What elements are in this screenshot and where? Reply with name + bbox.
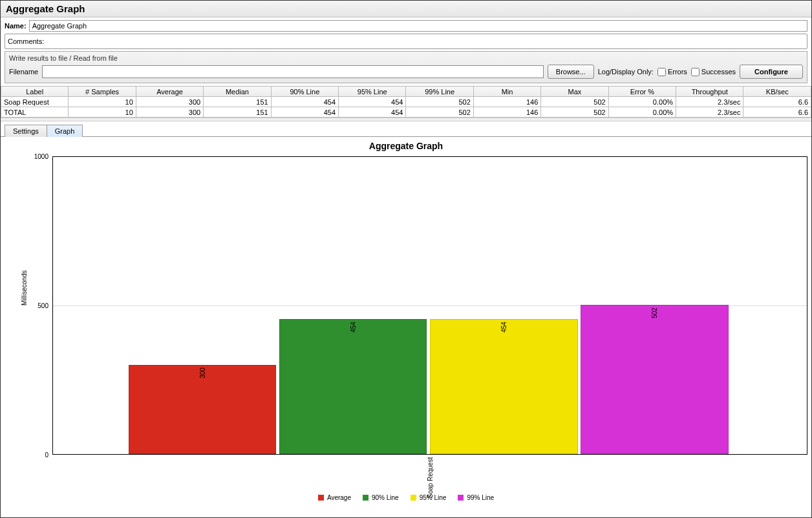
name-input[interactable]: [29, 20, 807, 32]
stats-strip: [1, 118, 811, 121]
col-median[interactable]: Median: [204, 87, 271, 97]
logdisplay-label: Log/Display Only:: [598, 68, 654, 76]
cell-kb: 6.6: [743, 97, 811, 107]
bar-value-label: 502: [651, 307, 658, 318]
legend-item: 90% Line: [363, 494, 399, 501]
cell-min: 146: [473, 107, 540, 118]
cell-tp: 2.3/sec: [676, 107, 743, 118]
col-p99[interactable]: 99% Line: [406, 87, 473, 97]
col-label[interactable]: Label: [1, 87, 69, 97]
col-tp[interactable]: Throughput: [676, 87, 743, 97]
x-category-label: Soap Request: [427, 457, 434, 498]
legend-label: 99% Line: [467, 494, 494, 501]
header-bar: Aggregate Graph: [1, 1, 811, 17]
cell-min: 146: [473, 97, 540, 107]
chart-bar: 502: [581, 305, 729, 454]
plot-wrap: Milliseconds 1000 500 0 300454454502 Soa…: [27, 156, 807, 455]
comments-input[interactable]: [44, 36, 804, 47]
col-p95[interactable]: 95% Line: [339, 87, 406, 97]
chart-area: Aggregate Graph Milliseconds 1000 500 0 …: [1, 137, 811, 506]
legend-swatch: [458, 495, 464, 501]
legend-label: 95% Line: [420, 494, 447, 501]
cell-p99: 502: [406, 107, 473, 118]
cell-tp: 2.3/sec: [676, 97, 743, 107]
cell-p90: 454: [271, 97, 338, 107]
legend-item: 99% Line: [458, 494, 494, 501]
y-axis-label: Milliseconds: [21, 271, 28, 306]
cell-label: TOTAL: [1, 107, 69, 118]
configure-button[interactable]: Configure: [740, 65, 803, 79]
meta-form: Name: Comments:: [1, 17, 811, 49]
y-tick: 500: [27, 302, 51, 309]
cell-p95: 454: [339, 97, 406, 107]
tab-settings[interactable]: Settings: [5, 125, 47, 137]
table-row[interactable]: Soap Request 10 300 151 454 454 502 146 …: [1, 97, 811, 107]
cell-max: 502: [541, 107, 608, 118]
cell-label: Soap Request: [1, 97, 69, 107]
bar-value-label: 454: [500, 322, 508, 333]
col-average[interactable]: Average: [136, 87, 203, 97]
col-max[interactable]: Max: [541, 87, 608, 97]
tab-bar: Settings Graph: [1, 124, 811, 137]
tab-graph[interactable]: Graph: [47, 125, 83, 137]
cell-median: 151: [204, 97, 271, 107]
bar-value-label: 454: [350, 322, 357, 333]
col-min[interactable]: Min: [473, 87, 540, 97]
cell-err: 0.00%: [608, 97, 676, 107]
successes-checkbox-wrap[interactable]: Successes: [691, 68, 736, 76]
table-row[interactable]: TOTAL 10 300 151 454 454 502 146 502 0.0…: [1, 107, 811, 118]
stats-table: Label # Samples Average Median 90% Line …: [1, 86, 811, 118]
chart-bar: 300: [129, 365, 277, 454]
legend-item: 95% Line: [411, 494, 447, 501]
cell-p95: 454: [339, 107, 406, 118]
successes-checkbox-label: Successes: [701, 68, 736, 76]
errors-checkbox-label: Errors: [668, 68, 687, 76]
errors-checkbox-wrap[interactable]: Errors: [657, 68, 687, 76]
cell-average: 300: [136, 97, 203, 107]
col-kb[interactable]: KB/sec: [743, 87, 811, 97]
legend-label: Average: [327, 494, 351, 501]
errors-checkbox[interactable]: [657, 68, 666, 76]
browse-button[interactable]: Browse...: [548, 65, 594, 79]
legend-swatch: [363, 495, 369, 501]
file-panel: Write results to file / Read from file F…: [5, 51, 807, 83]
name-label: Name:: [5, 22, 27, 30]
app-frame: Aggregate Graph Name: Comments: Write re…: [0, 0, 812, 518]
chart-legend: Average90% Line95% Line99% Line: [1, 494, 811, 501]
cell-median: 151: [204, 107, 271, 118]
cell-err: 0.00%: [608, 107, 676, 118]
cell-kb: 6.6: [743, 107, 811, 118]
page-title: Aggregate Graph: [6, 3, 806, 14]
cell-average: 300: [136, 107, 203, 118]
cell-p90: 454: [271, 107, 338, 118]
filename-label: Filename: [9, 68, 38, 76]
cell-samples: 10: [69, 107, 136, 118]
cell-p99: 502: [406, 97, 473, 107]
cell-max: 502: [541, 97, 608, 107]
col-p90[interactable]: 90% Line: [271, 87, 338, 97]
col-samples[interactable]: # Samples: [69, 87, 136, 97]
legend-swatch: [318, 495, 324, 501]
y-tick: 1000: [27, 153, 51, 160]
comments-label: Comments:: [8, 37, 44, 45]
successes-checkbox[interactable]: [691, 68, 700, 76]
filename-input[interactable]: [42, 65, 544, 78]
y-tick: 0: [27, 451, 51, 459]
col-err[interactable]: Error %: [608, 87, 676, 97]
legend-swatch: [411, 495, 416, 501]
bar-value-label: 300: [198, 368, 206, 378]
legend-item: Average: [318, 494, 351, 501]
file-panel-legend: Write results to file / Read from file: [9, 54, 803, 62]
chart-bar: 454: [279, 319, 427, 454]
plot: 300454454502: [52, 156, 807, 455]
chart-title: Aggregate Graph: [1, 137, 811, 152]
chart-bar: 454: [430, 319, 578, 454]
x-axis: Soap Request: [52, 474, 807, 481]
legend-label: 90% Line: [372, 494, 399, 501]
cell-samples: 10: [69, 97, 136, 107]
